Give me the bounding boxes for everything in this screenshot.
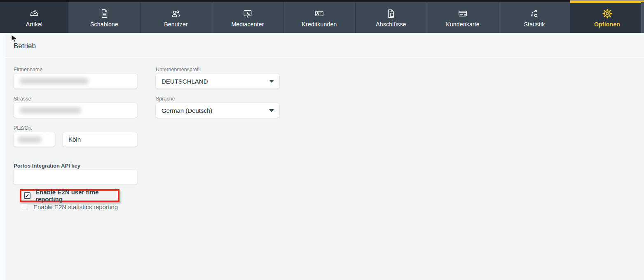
statistics-checkbox[interactable]: [22, 204, 28, 210]
tab-label: Abschlüsse: [376, 21, 406, 28]
tab-statistik[interactable]: Statistik: [499, 0, 570, 33]
ort-input[interactable]: Köln: [63, 132, 137, 147]
nav-right-edge: [641, 2, 644, 33]
tab-kundenkarte[interactable]: Kundenkarte: [427, 0, 499, 33]
user-time-checkbox-label: Enable E2N user time reporting: [35, 189, 118, 203]
tab-artikel[interactable]: Artikel: [0, 0, 68, 33]
strasse-input[interactable]: [14, 103, 137, 118]
chart-icon: [529, 8, 540, 19]
bread-icon: [29, 8, 40, 19]
tab-label: Artikel: [26, 21, 42, 28]
gear-icon: [602, 8, 613, 19]
page-header: Betrieb: [5, 35, 644, 58]
tab-label: Kreditkunden: [302, 21, 337, 28]
tab-abschluesse[interactable]: Abschlüsse: [355, 0, 427, 33]
window-top-strip: [0, 0, 644, 2]
portos-api-key-input[interactable]: [14, 170, 137, 184]
mouse-cursor: [11, 34, 18, 45]
ort-value: Köln: [63, 136, 81, 143]
tab-label: Statistik: [524, 21, 545, 28]
strasse-label: Strasse: [14, 96, 31, 102]
portos-api-key-label: Portos Integration API key: [14, 163, 80, 169]
plz-ort-label: PLZ/Ort: [14, 125, 32, 131]
user-time-checkbox[interactable]: ✓: [24, 192, 30, 199]
redacted-value: [19, 107, 81, 114]
tab-label: Kundenkarte: [446, 21, 480, 28]
tab-kreditkunden[interactable]: Kreditkunden: [283, 0, 355, 33]
statistics-checkbox-label: Enable E2N statistics reporting: [33, 203, 118, 210]
tab-schablone[interactable]: Schablone: [68, 0, 140, 33]
settings-panel: Betrieb Firmenname Strasse PLZ/Ort Köln …: [5, 35, 644, 280]
sprache-label: Sprache: [156, 96, 175, 102]
document-icon: [99, 8, 110, 19]
unternehmensprofil-value: DEUTSCHLAND: [156, 78, 208, 85]
top-navigation: Artikel Schablone Benutzer: [0, 0, 644, 33]
credit-card-icon: [457, 8, 468, 19]
redacted-value: [18, 136, 42, 143]
tab-label: Mediacenter: [231, 21, 264, 28]
statistics-checkbox-row: Enable E2N statistics reporting: [22, 203, 118, 210]
monitor-icon: [242, 8, 253, 19]
users-icon: [171, 8, 181, 19]
chevron-down-icon: [269, 109, 274, 112]
unternehmensprofil-label: Unternehmensprofil: [156, 67, 201, 73]
tab-label: Benutzer: [164, 21, 188, 28]
content-area: Betrieb Firmenname Strasse PLZ/Ort Köln …: [0, 33, 644, 280]
tab-label: Optionen: [594, 21, 620, 28]
tab-benutzer[interactable]: Benutzer: [140, 0, 212, 33]
chevron-down-icon: [269, 80, 274, 83]
sprache-select[interactable]: German (Deutsch): [156, 103, 279, 118]
unternehmensprofil-select[interactable]: DEUTSCHLAND: [156, 74, 279, 89]
report-icon: [386, 8, 396, 19]
plz-input[interactable]: [14, 132, 55, 147]
checkmark-icon: ✓: [25, 193, 30, 198]
firmenname-input[interactable]: [14, 74, 137, 89]
firmenname-label: Firmenname: [14, 67, 42, 73]
tab-label: Schablone: [90, 21, 118, 28]
tab-optionen[interactable]: Optionen: [570, 0, 644, 33]
redacted-value: [19, 78, 89, 84]
sprache-value: German (Deutsch): [156, 107, 212, 114]
tab-mediacenter[interactable]: Mediacenter: [212, 0, 283, 33]
id-card-icon: [314, 8, 325, 19]
red-highlight-box: ✓ Enable E2N user time reporting: [20, 189, 119, 202]
